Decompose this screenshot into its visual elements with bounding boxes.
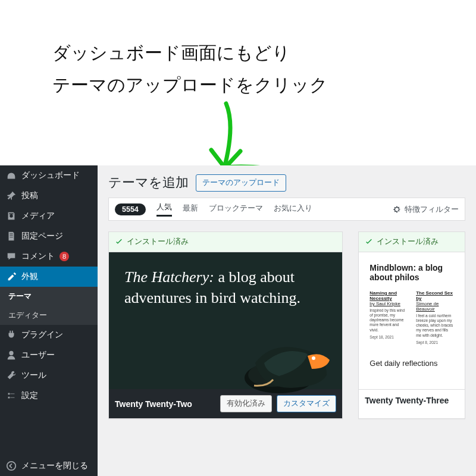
sidebar-item-label: ユーザー <box>21 350 55 361</box>
sidebar-item-label: 外観 <box>21 271 38 282</box>
gear-icon <box>393 205 401 214</box>
preview-col-2: The Second Sex by Simone de Beauvoir I f… <box>416 290 454 345</box>
instruction-line-1: ダッシュボード画面にもどり <box>52 37 328 69</box>
theme-card-twenty-twenty-three[interactable]: インストール済み Mindblown: a blog about philos … <box>358 231 465 419</box>
feature-filter-link[interactable]: 特徴フィルター <box>393 204 459 215</box>
wp-admin: ダッシュボード 投稿 メディア 固定ページ <box>0 165 476 476</box>
sidebar-item-users[interactable]: ユーザー <box>0 345 98 365</box>
sidebar-collapse[interactable]: メニューを閉じる <box>0 456 98 476</box>
sidebar-item-settings[interactable]: 設定 <box>0 386 98 406</box>
sidebar-item-dashboard[interactable]: ダッシュボード <box>0 165 98 186</box>
page-title: テーマを追加 <box>108 174 189 192</box>
feature-filter-label: 特徴フィルター <box>405 204 459 215</box>
sidebar-item-label: ツール <box>21 370 46 381</box>
settings-icon <box>6 390 17 401</box>
theme-name: Twenty Twenty-Two <box>115 399 215 409</box>
sidebar-subitem-themes[interactable]: テーマ <box>0 287 98 306</box>
installed-label: インストール済み <box>127 237 189 247</box>
appearance-icon <box>6 271 17 282</box>
page-header: テーマを追加 テーマのアップロード <box>98 165 476 198</box>
tools-icon <box>6 370 17 381</box>
sidebar-item-label: 固定ページ <box>21 231 63 242</box>
filter-bar: 5554 人気 最新 ブロックテーマ お気に入り 特徴フィルター <box>108 198 465 221</box>
instruction-line-2: テーマのアップロードをクリック <box>52 69 328 101</box>
sidebar-item-label: ダッシュボード <box>21 170 80 181</box>
collapse-icon <box>6 461 17 471</box>
check-icon <box>365 238 373 246</box>
theme-name: Twenty Twenty-Three <box>365 396 459 405</box>
pages-icon <box>6 231 17 242</box>
theme-cards: インストール済み The Hatchery: a blog about adve… <box>98 221 476 430</box>
sidebar-item-label: プラグイン <box>21 330 63 340</box>
instruction-text: ダッシュボード画面にもどり テーマのアップロードをクリック <box>52 37 328 101</box>
sidebar-item-pages[interactable]: 固定ページ <box>0 226 98 246</box>
sidebar-item-label: 設定 <box>21 390 38 401</box>
sidebar-item-tools[interactable]: ツール <box>0 365 98 386</box>
sidebar-item-plugins[interactable]: プラグイン <box>0 325 98 345</box>
theme-preview: The Hatchery: a blog about adventures in… <box>109 252 342 389</box>
svg-point-1 <box>7 462 15 470</box>
comments-badge: 8 <box>60 252 69 261</box>
installed-label: インストール済み <box>377 237 439 247</box>
upload-theme-button[interactable]: テーマのアップロード <box>196 174 286 192</box>
check-icon <box>115 238 123 246</box>
main-content: テーマを追加 テーマのアップロード 5554 人気 最新 ブロックテーマ お気に… <box>98 165 476 476</box>
sidebar-item-appearance[interactable]: 外観 <box>0 267 98 287</box>
sidebar-submenu: テーマ エディター <box>0 287 98 325</box>
preview-col-1: Naming and Necessity by Saul Kripke Insp… <box>369 290 408 345</box>
preview-columns: Naming and Necessity by Saul Kripke Insp… <box>369 290 454 345</box>
sidebar-item-label: コメント <box>21 251 55 262</box>
preview-headline: The Hatchery: a blog about adventures in… <box>124 267 327 308</box>
sidebar-subitem-editor[interactable]: エディター <box>0 306 98 325</box>
theme-card-footer: Twenty Twenty-Three <box>359 389 465 411</box>
bird-illustration <box>237 321 339 399</box>
svg-point-4 <box>312 356 315 360</box>
preview-daily: Get daily reflections <box>369 359 454 368</box>
sidebar-item-label: メディア <box>21 211 55 221</box>
sidebar-item-label: 投稿 <box>21 190 38 201</box>
sidebar-item-posts[interactable]: 投稿 <box>0 186 98 206</box>
users-icon <box>6 350 17 361</box>
plugins-icon <box>6 330 17 340</box>
theme-preview: Mindblown: a blog about philos Naming an… <box>359 252 465 389</box>
installed-badge: インストール済み <box>359 232 465 252</box>
sidebar-item-media[interactable]: メディア <box>0 206 98 226</box>
theme-card-twenty-twenty-two[interactable]: インストール済み The Hatchery: a blog about adve… <box>108 231 343 419</box>
dashboard-icon <box>6 170 17 181</box>
tab-latest[interactable]: 最新 <box>183 203 198 216</box>
tab-block-themes[interactable]: ブロックテーマ <box>209 203 263 216</box>
installed-badge: インストール済み <box>109 232 342 252</box>
pin-icon <box>6 190 17 201</box>
comments-icon <box>6 251 17 262</box>
theme-count-pill: 5554 <box>115 203 146 215</box>
sidebar-item-comments[interactable]: コメント 8 <box>0 246 98 267</box>
tab-favorites[interactable]: お気に入り <box>274 203 312 216</box>
sidebar-collapse-label: メニューを閉じる <box>21 461 88 471</box>
preview-headline: Mindblown: a blog about philos <box>369 263 454 282</box>
tab-popular[interactable]: 人気 <box>156 202 172 217</box>
admin-sidebar: ダッシュボード 投稿 メディア 固定ページ <box>0 165 98 476</box>
media-icon <box>6 211 17 221</box>
